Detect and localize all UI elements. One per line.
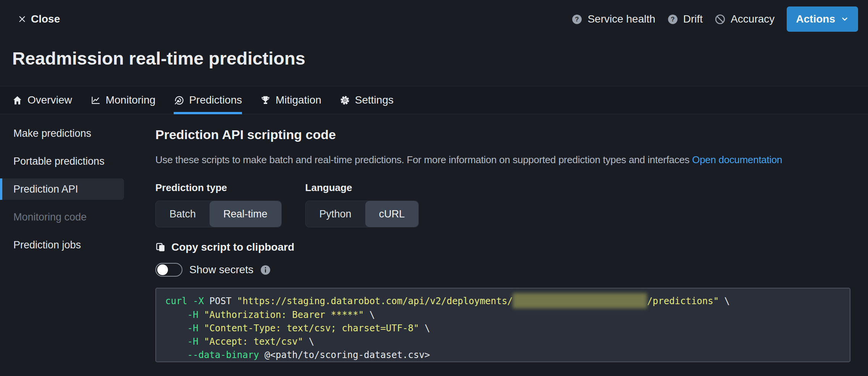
- gear-icon: [340, 95, 350, 105]
- question-circle-icon: ?: [668, 14, 678, 24]
- code-token: -H: [187, 336, 204, 347]
- code-token: \: [303, 336, 314, 347]
- predictions-target-icon: [174, 95, 184, 105]
- tab-settings[interactable]: Settings: [340, 86, 394, 114]
- code-token: [165, 323, 187, 334]
- code-token: "https://staging.datarobot.com/api/v2/de…: [237, 296, 513, 306]
- close-icon: [18, 15, 26, 23]
- language-label: Language: [305, 182, 419, 193]
- description: Use these scripts to make batch and real…: [155, 154, 850, 166]
- code-token: \: [364, 310, 375, 320]
- segment-python[interactable]: Python: [306, 201, 365, 227]
- page-title: Readmission real-time predictions: [12, 48, 868, 69]
- sidebar-item-portable-predictions[interactable]: Portable predictions: [0, 151, 145, 172]
- status-label: Drift: [683, 13, 703, 25]
- tab-label: Settings: [355, 94, 394, 106]
- description-text: Use these scripts to make batch and real…: [155, 154, 689, 165]
- prediction-type-segmented: Batch Real-time: [155, 201, 282, 227]
- open-documentation-link[interactable]: Open documentation: [692, 154, 782, 165]
- code-token: @<path/to/scoring-dataset.csv>: [265, 350, 430, 360]
- tab-overview[interactable]: Overview: [12, 86, 72, 114]
- code-line: curl -X POST "https://staging.datarobot.…: [165, 293, 850, 308]
- svg-text:?: ?: [575, 16, 579, 23]
- tab-bar: Overview Monitoring Predictions: [0, 86, 868, 114]
- code-token: \: [419, 323, 430, 334]
- tab-label: Mitigation: [276, 94, 321, 106]
- copy-icon: [155, 242, 166, 253]
- code-token: "Authorization: Bearer *****": [204, 310, 364, 320]
- actions-label: Actions: [796, 13, 835, 25]
- status-label: Service health: [587, 13, 655, 25]
- redacted-deployment-id: [513, 293, 647, 308]
- prediction-type-group: Prediction type Batch Real-time: [155, 182, 282, 227]
- status-item-drift[interactable]: ? Drift: [668, 13, 703, 25]
- topbar-right: ? Service health ? Drift: [572, 6, 858, 32]
- code-line: --data-binary @<path/to/scoring-dataset.…: [165, 348, 850, 362]
- sidebar-item-label: Prediction jobs: [13, 239, 81, 251]
- actions-button[interactable]: Actions: [787, 6, 858, 32]
- tab-monitoring[interactable]: Monitoring: [90, 86, 156, 114]
- code-line: -H "Authorization: Bearer *****" \: [165, 308, 850, 322]
- sidebar: Make predictions Portable predictions Pr…: [0, 114, 145, 362]
- code-token: "Content-Type: text/csv; charset=UTF-8": [204, 323, 419, 334]
- segment-curl[interactable]: cURL: [365, 201, 419, 227]
- status-item-accuracy[interactable]: Accuracy: [715, 13, 774, 25]
- show-secrets-label: Show secrets: [189, 264, 253, 276]
- code-token: [165, 336, 187, 347]
- show-secrets-toggle[interactable]: [155, 263, 182, 277]
- language-segmented: Python cURL: [305, 201, 419, 227]
- chart-line-icon: [90, 95, 101, 105]
- trophy-icon: [260, 95, 271, 105]
- show-secrets-row: Show secrets: [155, 263, 850, 277]
- code-token: -H: [187, 323, 204, 334]
- slash-circle-icon: [715, 14, 725, 24]
- sidebar-item-label: Make predictions: [13, 128, 91, 139]
- code-token: \: [719, 296, 730, 306]
- segment-batch[interactable]: Batch: [156, 201, 210, 227]
- app-root: Close ? Service health ?: [0, 0, 868, 362]
- close-label: Close: [31, 13, 60, 25]
- top-bar: Close ? Service health ?: [0, 0, 868, 38]
- prediction-type-label: Prediction type: [155, 182, 282, 193]
- sidebar-item-label: Monitoring code: [13, 211, 87, 223]
- language-group: Language Python cURL: [305, 182, 419, 227]
- tab-mitigation[interactable]: Mitigation: [260, 86, 321, 114]
- code-line: -H "Accept: text/csv" \: [165, 335, 850, 348]
- code-token: POST: [210, 296, 237, 306]
- controls-row: Prediction type Batch Real-time Language…: [155, 182, 850, 227]
- code-token: /predictions": [647, 296, 719, 306]
- status-label: Accuracy: [731, 13, 774, 25]
- tab-predictions[interactable]: Predictions: [174, 86, 242, 114]
- status-item-service-health[interactable]: ? Service health: [572, 13, 655, 25]
- content: Make predictions Portable predictions Pr…: [0, 114, 868, 362]
- sidebar-item-prediction-jobs[interactable]: Prediction jobs: [0, 234, 145, 256]
- toggle-knob: [157, 264, 168, 275]
- code-block[interactable]: curl -X POST "https://staging.datarobot.…: [155, 288, 850, 362]
- copy-label: Copy script to clipboard: [171, 241, 294, 253]
- svg-text:?: ?: [671, 16, 674, 23]
- code-token: -H: [187, 310, 204, 320]
- code-token: [165, 350, 187, 360]
- sidebar-item-prediction-api[interactable]: Prediction API: [0, 178, 124, 200]
- sidebar-item-monitoring-code: Monitoring code: [0, 206, 145, 228]
- code-line: -H "Content-Type: text/csv; charset=UTF-…: [165, 322, 850, 335]
- tab-label: Overview: [27, 94, 72, 106]
- sidebar-item-label: Portable predictions: [13, 156, 105, 167]
- main-panel: Prediction API scripting code Use these …: [145, 114, 850, 362]
- sidebar-item-make-predictions[interactable]: Make predictions: [0, 123, 145, 144]
- section-heading: Prediction API scripting code: [155, 127, 850, 142]
- sidebar-item-label: Prediction API: [13, 183, 78, 195]
- question-circle-icon: ?: [572, 14, 582, 24]
- segment-real-time[interactable]: Real-time: [210, 201, 281, 227]
- chevron-down-icon: [841, 15, 849, 23]
- info-icon[interactable]: [260, 265, 271, 275]
- close-button[interactable]: Close: [18, 13, 60, 25]
- code-token: -X: [193, 296, 209, 306]
- home-icon: [12, 95, 23, 105]
- tab-label: Monitoring: [106, 94, 156, 106]
- code-token: curl: [165, 296, 193, 306]
- tab-label: Predictions: [189, 94, 242, 106]
- code-token: [165, 310, 187, 320]
- copy-script-button[interactable]: Copy script to clipboard: [155, 241, 294, 253]
- code-token: "Accept: text/csv": [204, 336, 303, 347]
